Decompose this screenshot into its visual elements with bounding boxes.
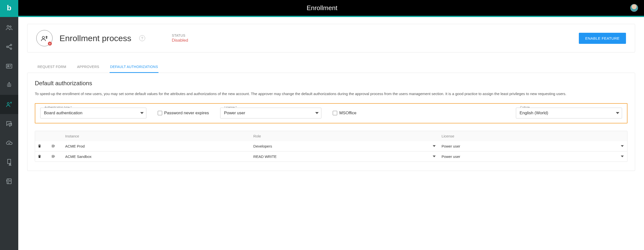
- stack-icon: [6, 82, 13, 89]
- svg-point-7: [9, 83, 10, 83]
- page-title: Enrollment: [0, 4, 644, 12]
- delete-row-button[interactable]: [35, 141, 49, 151]
- auth-type-select[interactable]: Board authentication: [40, 108, 146, 119]
- svg-rect-13: [52, 145, 54, 147]
- row-license-value: Power user: [442, 144, 460, 148]
- tab-default-authorizations[interactable]: DEFAULT AUTHORIZATIONS: [110, 61, 158, 73]
- tab-request-form[interactable]: REQUEST FORM: [37, 61, 67, 73]
- panel-heading: Default authorizations: [35, 80, 628, 87]
- instance-link-icon-cell: [49, 141, 63, 151]
- certificate-icon: [6, 158, 13, 166]
- instance-name: ACME Prod: [63, 141, 251, 151]
- chevron-down-icon: [315, 112, 319, 114]
- sidebar: [0, 16, 18, 250]
- status-value: Disabled: [172, 38, 188, 43]
- culture-value: English (World): [520, 111, 548, 116]
- sidebar-item-book[interactable]: [0, 172, 18, 191]
- help-icon[interactable]: ?: [139, 35, 145, 41]
- app-logo[interactable]: b: [0, 0, 18, 16]
- checkbox-box: [333, 111, 337, 115]
- row-license-select[interactable]: Power user: [439, 151, 627, 162]
- sidebar-item-cloud[interactable]: [0, 133, 18, 152]
- chat-icon: [6, 120, 13, 127]
- svg-point-10: [10, 163, 10, 164]
- row-license-select[interactable]: Power user: [439, 141, 627, 151]
- database-icon: [51, 154, 55, 158]
- status-block: STATUS Disabled: [172, 33, 188, 43]
- col-role: Role: [251, 131, 439, 141]
- password-never-expires-label: Password never expires: [164, 111, 209, 116]
- password-never-expires-checkbox[interactable]: Password never expires: [158, 108, 209, 119]
- role-value: Developers: [253, 144, 272, 148]
- svg-rect-5: [6, 64, 12, 68]
- table-row: ACME Prod Developers Power user: [35, 141, 627, 151]
- license-select[interactable]: Power user: [220, 108, 322, 119]
- book-icon: [6, 178, 13, 185]
- instance-link-icon-cell: [49, 151, 63, 161]
- license-value: Power user: [224, 111, 245, 116]
- col-instance: Instance: [63, 131, 251, 141]
- svg-point-8: [7, 103, 9, 105]
- msoffice-label: MSOffice: [339, 111, 356, 116]
- sidebar-item-id[interactable]: [0, 56, 18, 76]
- enrollment-icon: [6, 101, 13, 108]
- instance-name: ACME Sandbox: [63, 151, 251, 162]
- sidebar-item-stack[interactable]: [0, 76, 18, 95]
- col-license: License: [439, 131, 627, 141]
- trash-icon: [38, 154, 42, 158]
- id-card-icon: [6, 62, 13, 70]
- sidebar-item-chat[interactable]: [0, 114, 18, 133]
- svg-point-1: [10, 26, 11, 27]
- cloud-icon: [6, 139, 13, 146]
- header-title: Enrollment process: [60, 33, 131, 43]
- disabled-badge-icon: ×: [48, 42, 52, 46]
- chevron-down-icon: [140, 112, 144, 114]
- tab-approvers[interactable]: APPROVERS: [76, 61, 100, 73]
- role-select[interactable]: READ WRITE: [251, 151, 439, 162]
- sidebar-item-users[interactable]: [0, 18, 18, 37]
- table-row: ACME Sandbox READ WRITE Power user: [35, 151, 627, 162]
- content: × Enrollment process ? STATUS Disabled E…: [18, 16, 644, 250]
- avatar[interactable]: [630, 4, 638, 12]
- role-value: READ WRITE: [253, 154, 276, 159]
- auth-type-value: Board authentication: [44, 111, 82, 116]
- instances-table: Instance Role License ACME Prod: [35, 131, 628, 162]
- chevron-down-icon: [433, 156, 436, 157]
- topbar: b Enrollment: [0, 0, 644, 16]
- panel-description: To speed-up the enrollment of new users,…: [35, 91, 628, 97]
- svg-point-6: [8, 65, 9, 66]
- culture-field: Culture English (World): [516, 108, 622, 119]
- svg-rect-14: [52, 155, 54, 157]
- status-label: STATUS: [172, 33, 188, 37]
- license-field: License * Power user: [220, 108, 322, 119]
- delete-row-button[interactable]: [35, 151, 49, 161]
- msoffice-checkbox[interactable]: MSOffice: [333, 108, 356, 119]
- sidebar-item-enrollment[interactable]: [0, 95, 18, 114]
- database-icon: [51, 144, 55, 148]
- chevron-down-icon: [433, 145, 436, 147]
- sidebar-item-share[interactable]: [0, 37, 18, 56]
- enable-feature-button[interactable]: ENABLE FEATURE: [579, 33, 626, 44]
- tabs: REQUEST FORM APPROVERS DEFAULT AUTHORIZA…: [27, 61, 635, 73]
- enrollment-process-icon: ×: [36, 30, 52, 46]
- chevron-down-icon: [621, 145, 624, 147]
- sidebar-item-cert[interactable]: [0, 152, 18, 172]
- svg-point-12: [42, 36, 44, 39]
- chevron-down-icon: [616, 112, 619, 114]
- chevron-down-icon: [621, 156, 624, 157]
- config-row: Authentication type * Board authenticati…: [35, 103, 628, 124]
- trash-icon: [38, 144, 42, 148]
- header-card: × Enrollment process ? STATUS Disabled E…: [27, 24, 635, 52]
- svg-point-0: [7, 25, 9, 27]
- auth-type-field: Authentication type * Board authenticati…: [40, 108, 146, 119]
- table-header: Instance Role License: [35, 131, 627, 141]
- row-license-value: Power user: [442, 154, 460, 159]
- culture-select[interactable]: English (World): [516, 108, 622, 119]
- users-icon: [6, 24, 13, 31]
- panel: Default authorizations To speed-up the e…: [27, 73, 635, 171]
- checkbox-box: [158, 111, 162, 115]
- role-select[interactable]: Developers: [251, 141, 439, 151]
- share-icon: [6, 43, 13, 50]
